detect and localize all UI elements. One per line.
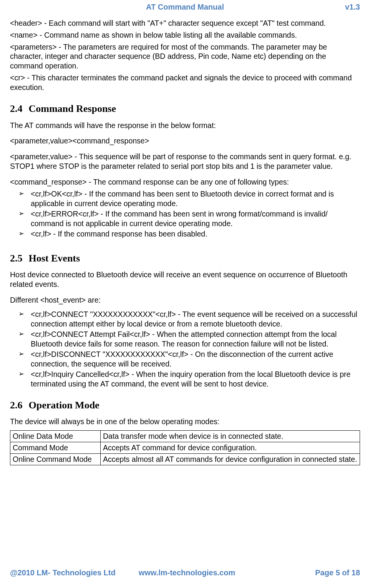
section-number: 2.4 bbox=[10, 103, 23, 114]
table-row: Online Command Mode Accepts almost all A… bbox=[10, 453, 360, 465]
s25-p2: Different <host_event> are: bbox=[10, 295, 360, 305]
list-item: <cr,lf>DISCONNECT "XXXXXXXXXXXX"<cr,lf> … bbox=[10, 350, 360, 369]
section-title: Operation Mode bbox=[29, 400, 100, 411]
s25-list: <cr,lf>CONNECT "XXXXXXXXXXXX"<cr,lf> - T… bbox=[10, 310, 360, 389]
footer-page-number: Page 5 of 18 bbox=[315, 568, 360, 578]
footer-copyright: @2010 LM- Technologies Ltd bbox=[10, 568, 116, 578]
list-item: <cr,lf>OK<cr,lf> - If the command has be… bbox=[10, 189, 360, 208]
s26-p1: The device will always be in one of the … bbox=[10, 417, 360, 426]
mode-name: Online Command Mode bbox=[10, 453, 101, 465]
intro-line-header: <header> - Each command will start with … bbox=[10, 18, 360, 28]
intro-line-parameters: <parameters> - The parameters are requir… bbox=[10, 42, 360, 71]
doc-title: AT Command Manual bbox=[52, 2, 318, 12]
intro-line-name: <name> - Command name as shown in below … bbox=[10, 30, 360, 40]
list-item: <cr,lf>ERROR<cr,lf> - If the command has… bbox=[10, 209, 360, 228]
s24-p2: <parameter,value><command_response> bbox=[10, 136, 360, 146]
s24-p3: <parameter,value> - This sequence will b… bbox=[10, 152, 360, 171]
doc-version: v1.3 bbox=[318, 2, 360, 12]
table-row: Command Mode Accepts AT command for devi… bbox=[10, 442, 360, 453]
mode-desc: Data transfer mode when device is in con… bbox=[101, 431, 360, 442]
operation-modes-table: Online Data Mode Data transfer mode when… bbox=[10, 430, 360, 465]
mode-desc: Accepts almost all AT commands for devic… bbox=[101, 453, 360, 465]
list-item: <cr,lf>Inquiry Cancelled<cr,lf> - When t… bbox=[10, 370, 360, 389]
mode-name: Command Mode bbox=[10, 442, 101, 453]
s24-p1: The AT commands will have the response i… bbox=[10, 121, 360, 130]
section-number: 2.6 bbox=[10, 400, 23, 411]
section-number: 2.5 bbox=[10, 253, 23, 264]
s24-list: <cr,lf>OK<cr,lf> - If the command has be… bbox=[10, 189, 360, 239]
list-item: <cr,lf> - If the command response has be… bbox=[10, 229, 360, 239]
page-header: AT Command Manual v1.3 bbox=[10, 0, 360, 18]
section-title: Host Events bbox=[29, 253, 80, 264]
s24-p4: <command_response> - The command respons… bbox=[10, 177, 360, 187]
list-item: <cr,lf>CONNECT "XXXXXXXXXXXX"<cr,lf> - T… bbox=[10, 310, 360, 329]
mode-name: Online Data Mode bbox=[10, 431, 101, 442]
table-row: Online Data Mode Data transfer mode when… bbox=[10, 431, 360, 442]
mode-desc: Accepts AT command for device configurat… bbox=[101, 442, 360, 453]
footer-url: www.lm-technologies.com bbox=[139, 568, 315, 578]
intro-line-cr: <cr> - This character terminates the com… bbox=[10, 73, 360, 92]
page-footer: @2010 LM- Technologies Ltd www.lm-techno… bbox=[10, 568, 360, 578]
section-2-6-heading: 2.6Operation Mode bbox=[10, 399, 360, 411]
section-title: Command Response bbox=[29, 103, 116, 114]
section-2-4-heading: 2.4Command Response bbox=[10, 102, 360, 115]
section-2-5-heading: 2.5Host Events bbox=[10, 252, 360, 265]
s25-p1: Host device connected to Bluetooth devic… bbox=[10, 270, 360, 289]
list-item: <cr,lf>CONNECT Attempt Fail<cr,lf> - Whe… bbox=[10, 330, 360, 349]
